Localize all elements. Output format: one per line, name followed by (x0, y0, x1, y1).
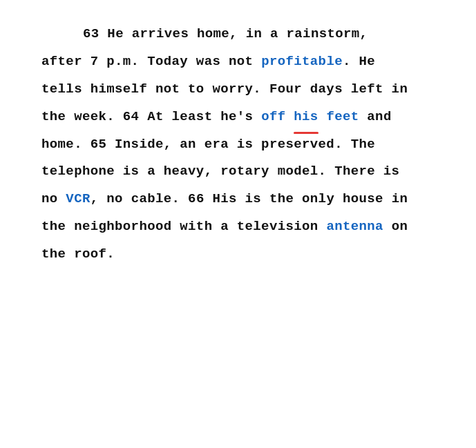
sentence-63-start: 63 He arrives home, in a rainstorm, (83, 26, 368, 41)
sentence-neighborhood: the neighborhood with a television (41, 219, 326, 234)
word-his-underlined: his (294, 104, 318, 131)
word-vcr: VCR (66, 191, 90, 206)
text-block: 63 He arrives home, in a rainstorm, afte… (41, 21, 448, 269)
sentence-telephone: telephone is a heavy, rotary model. Ther… (41, 164, 399, 179)
sentence-after-7: after 7 p.m. Today was not (41, 54, 261, 69)
word-profitable: profitable (261, 54, 343, 69)
sentence-roof: the roof. (41, 246, 115, 262)
word-and: and (359, 109, 392, 124)
sentence-no: no (41, 191, 66, 206)
sentence-week: the week. 64 At least he's (41, 109, 261, 124)
period-he: . He (343, 54, 375, 69)
page-content: 63 He arrives home, in a rainstorm, afte… (0, 0, 476, 289)
sentence-home-65: home. 65 Inside, an era is preserved. Th… (41, 137, 375, 152)
sentence-tells: tells himself not to worry. Four days le… (41, 81, 408, 97)
words-off-his-feet: off his feet (261, 109, 359, 124)
word-antenna: antenna (326, 219, 383, 234)
word-on: on (383, 219, 408, 234)
sentence-no-cable: , no cable. 66 His is the only house in (91, 191, 408, 206)
